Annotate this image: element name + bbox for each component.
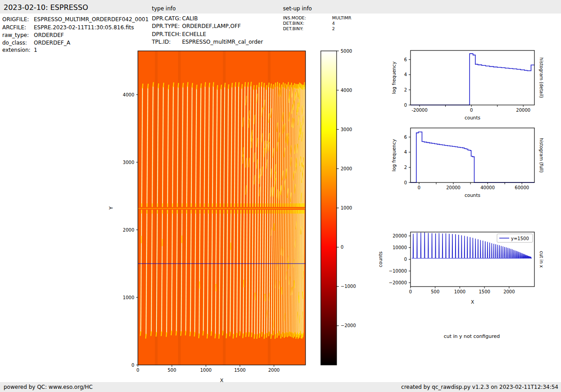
x-tick-label: 500 xyxy=(168,368,176,373)
x-tick-label: 0 xyxy=(470,108,473,113)
colorbar-tick-label: 5000 xyxy=(341,49,352,54)
x-tick-label: 500 xyxy=(431,289,439,294)
colorbar-gradient xyxy=(321,51,337,365)
cut-in-x-legend: y=1500 xyxy=(497,234,533,242)
y-tick-label: 2 xyxy=(404,165,407,170)
footer-right: created by qc_rawdisp.py v1.2.3 on 2023-… xyxy=(401,384,558,390)
x-tick-label: 20000 xyxy=(446,185,461,190)
y-tick-label: 2 xyxy=(404,87,407,92)
x-tick-label: 60000 xyxy=(515,185,529,190)
y-tick-label: −10000 xyxy=(389,269,407,273)
y-tick-label: 6 xyxy=(404,57,407,62)
x-tick-label: -20000 xyxy=(411,108,427,113)
x-tick-label: 0 xyxy=(137,368,139,373)
histogram-detail-plot-right-label: histogram (detail) xyxy=(539,58,544,98)
y-tick-label: 3000 xyxy=(123,160,134,165)
y-tick-label: 0 xyxy=(404,180,407,185)
histogram-detail-plot-series xyxy=(410,54,534,105)
colorbar-tick-label: 2000 xyxy=(341,166,352,171)
x-tick-label: 0 xyxy=(409,289,412,294)
x-tick-label: 1500 xyxy=(234,368,246,373)
main-image-plot: 050010001500200001000200030004000XY xyxy=(108,51,306,383)
histogram-detail-plot-frame xyxy=(410,50,534,105)
colorbar-tick-label: 3000 xyxy=(341,127,352,132)
colorbar: 500040003000200010000−1000−2000 xyxy=(321,49,356,365)
main-y-axis-label: Y xyxy=(108,206,114,210)
y-tick-label: 20000 xyxy=(392,233,407,238)
cut-in-x-plot: 0500100015002000−20000−1000001000020000X… xyxy=(378,232,544,305)
colorbar-tick-label: −1000 xyxy=(341,284,356,289)
histogram-full-plot-x-label: counts xyxy=(465,192,480,198)
cut-right-label: cut in x xyxy=(539,251,544,268)
footer-left: powered by QC: www.eso.org/HC xyxy=(4,384,93,390)
cut-x-label: X xyxy=(471,299,474,305)
cut-y-label: counts xyxy=(378,251,383,267)
colorbar-tick-label: 0 xyxy=(341,245,343,250)
cut-in-y-note: cut in y not configured xyxy=(444,333,500,339)
y-tick-label: 4000 xyxy=(123,92,134,97)
histogram-detail-plot: -200000200000246countslog frequencyhisto… xyxy=(391,50,544,120)
x-tick-label: 1000 xyxy=(200,368,211,373)
y-tick-label: −20000 xyxy=(389,280,407,285)
y-tick-label: 10000 xyxy=(392,245,407,250)
legend-label: y=1500 xyxy=(511,236,529,241)
y-tick-label: 4 xyxy=(404,150,407,155)
main-image-pixels xyxy=(138,51,306,365)
y-tick-label: 2000 xyxy=(123,228,134,232)
x-tick-label: 2000 xyxy=(268,368,279,373)
x-tick-label: 40000 xyxy=(480,185,495,190)
x-tick-label: 1000 xyxy=(454,289,465,294)
colorbar-tick-label: 4000 xyxy=(341,88,352,93)
y-tick-label: 0 xyxy=(132,363,134,368)
x-tick-label: 1500 xyxy=(479,289,490,294)
y-tick-label: 1000 xyxy=(123,295,134,300)
y-tick-label: 6 xyxy=(404,135,407,140)
x-tick-label: 0 xyxy=(418,185,420,190)
colorbar-tick-label: 1000 xyxy=(341,205,352,210)
histogram-full-plot: 02000040000600000246countslog frequencyh… xyxy=(391,128,544,198)
histogram-full-plot-frame xyxy=(410,128,534,182)
histogram-full-plot-y-label: log frequency xyxy=(391,139,397,171)
colorbar-tick-label: −2000 xyxy=(341,323,356,328)
qc-rawdisp-page: { "header": { "title": "2023-02-10: ESPR… xyxy=(0,0,561,392)
histogram-full-plot-right-label: histogram (full) xyxy=(539,138,544,173)
x-tick-label: 20000 xyxy=(516,108,530,113)
histogram-detail-plot-x-label: counts xyxy=(465,115,480,120)
histogram-detail-plot-y-label: log frequency xyxy=(391,61,397,94)
y-tick-label: 0 xyxy=(404,257,407,262)
y-tick-label: 4 xyxy=(404,72,407,77)
main-x-axis-label: X xyxy=(220,378,223,383)
y-tick-label: 0 xyxy=(404,103,407,108)
histogram-full-plot-series xyxy=(410,132,534,182)
x-tick-label: 2000 xyxy=(503,289,515,294)
